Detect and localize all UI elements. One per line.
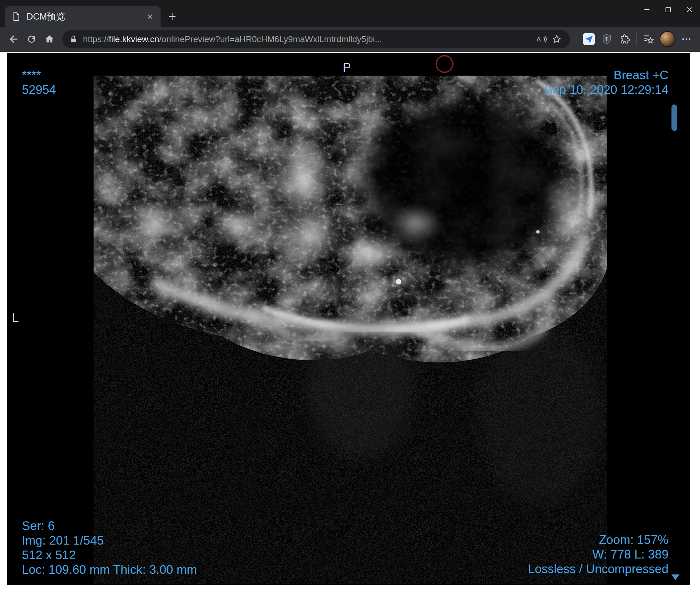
slice-location: Loc: 109.60 mm Thick: 3.00 mm <box>22 563 197 577</box>
url-host: file.kkview.cn <box>109 34 159 44</box>
back-button[interactable] <box>5 30 23 48</box>
compression-info: Lossless / Uncompressed <box>528 562 669 576</box>
zoom-level: Zoom: 157% <box>528 533 669 547</box>
svg-text:A: A <box>536 36 541 43</box>
viewer-scrollbar-thumb[interactable] <box>672 104 677 131</box>
orientation-marker-p: P <box>343 61 351 75</box>
tab-title: DCM预览 <box>27 10 145 23</box>
tab-strip: DCM预览 <box>0 0 700 27</box>
minimize-button[interactable] <box>636 0 657 19</box>
study-description: Breast +C <box>544 68 669 83</box>
star-list-icon <box>643 33 654 45</box>
puzzle-piece-icon <box>619 34 630 45</box>
close-button[interactable] <box>679 0 700 19</box>
dicom-viewer[interactable]: **** 52954 P L Breast +C Sep 10, 2020 12… <box>7 53 690 585</box>
image-matrix: 512 x 512 <box>22 548 197 563</box>
pinned-extension-blue-button[interactable] <box>580 30 598 48</box>
study-info-overlay: Breast +C Sep 10, 2020 12:29:14 <box>544 68 669 97</box>
orientation-marker-l: L <box>12 311 19 325</box>
read-aloud-button[interactable]: A <box>535 32 548 46</box>
tampermonkey-shield-button[interactable]: T <box>598 30 616 48</box>
browser-window: DCM预览 <box>0 0 700 597</box>
tab-dcm-preview[interactable]: DCM预览 <box>5 6 160 27</box>
page-content: **** 52954 P L Breast +C Sep 10, 2020 12… <box>0 53 700 597</box>
annotation-circle[interactable] <box>435 55 453 73</box>
window-controls <box>636 0 700 19</box>
favorite-star-button[interactable] <box>550 32 563 46</box>
patient-id-overlay: **** 52954 <box>22 68 56 97</box>
series-info-overlay: Ser: 6 Img: 201 1/545 512 x 512 Loc: 109… <box>22 519 197 577</box>
address-bar[interactable]: https://file.kkview.cn/onlinePreview?url… <box>62 30 570 48</box>
paper-plane-icon <box>583 33 595 45</box>
refresh-button[interactable] <box>23 30 41 48</box>
image-number: Img: 201 1/545 <box>22 533 197 548</box>
patient-id: 52954 <box>22 83 56 97</box>
url-scheme: https:// <box>83 34 109 44</box>
ellipsis-icon <box>681 33 692 45</box>
study-datetime: Sep 10, 2020 12:29:14 <box>544 83 669 97</box>
url-path: /onlinePreview?url=aHR0cHM6Ly9maWxlLmtrd… <box>159 34 382 44</box>
lock-icon[interactable] <box>69 35 78 44</box>
maximize-button[interactable] <box>657 0 679 19</box>
home-button[interactable] <box>41 30 58 48</box>
toolbar-divider <box>577 33 577 45</box>
page-document-icon <box>11 11 21 22</box>
new-tab-button[interactable] <box>163 8 181 26</box>
display-info-overlay: Zoom: 157% W: 778 L: 389 Lossless / Unco… <box>528 533 669 576</box>
patient-name: **** <box>22 68 56 83</box>
tab-close-icon[interactable] <box>145 12 155 21</box>
home-icon <box>44 34 55 45</box>
toolbar-divider <box>636 33 637 45</box>
svg-text:T: T <box>605 36 608 42</box>
series-number: Ser: 6 <box>22 519 197 533</box>
scroll-down-icon[interactable] <box>672 574 679 580</box>
extensions-button[interactable] <box>616 30 634 48</box>
window-level: W: 778 L: 389 <box>528 547 669 562</box>
more-menu-button[interactable] <box>677 30 695 48</box>
url-text[interactable]: https://file.kkview.cn/onlinePreview?url… <box>83 34 527 45</box>
shield-icon: T <box>601 33 612 45</box>
profile-avatar[interactable] <box>659 31 675 47</box>
mri-image[interactable] <box>94 76 607 585</box>
refresh-icon <box>26 34 37 45</box>
navigation-toolbar: https://file.kkview.cn/onlinePreview?url… <box>0 27 700 52</box>
favorites-hub-button[interactable] <box>640 30 657 48</box>
back-icon <box>8 33 19 45</box>
